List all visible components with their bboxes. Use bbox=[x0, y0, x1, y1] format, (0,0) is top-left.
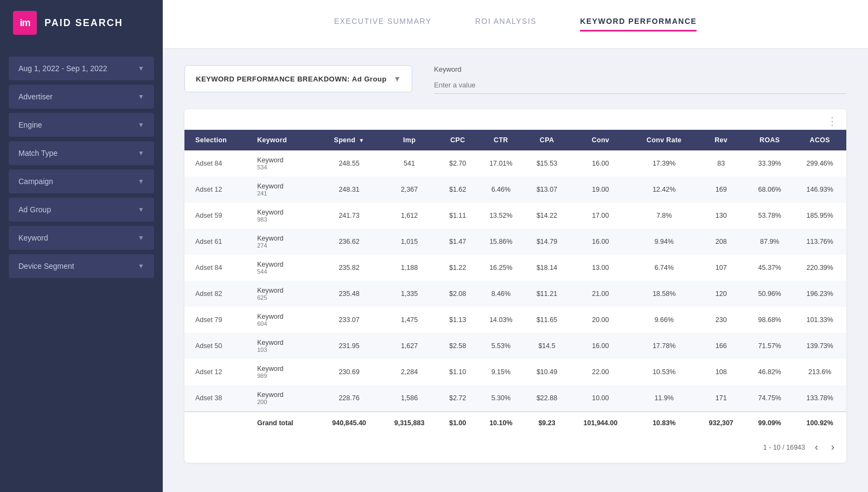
cell-acos: 213.6% bbox=[794, 359, 846, 385]
cell-cpa: $14.5 bbox=[525, 333, 569, 359]
cell-cpc: $2.58 bbox=[438, 333, 477, 359]
cell-imp: 1,612 bbox=[380, 203, 438, 229]
keyword-cell: Keyword200 bbox=[252, 385, 318, 412]
cell-rev: 130 bbox=[696, 203, 746, 229]
breakdown-chevron-icon: ▼ bbox=[393, 74, 401, 83]
cell-ctr: 17.01% bbox=[477, 150, 525, 176]
cell-cpa: $15.53 bbox=[525, 150, 569, 176]
cell-imp: 1,335 bbox=[380, 281, 438, 307]
cell-conv: 16.00 bbox=[569, 150, 632, 176]
tab-roi-analysis[interactable]: ROI ANALYSIS bbox=[475, 17, 537, 31]
cell-roas: 50.96% bbox=[746, 281, 794, 307]
cell-conv: 10.00 bbox=[569, 385, 632, 412]
tab-keyword-performance[interactable]: KEYWORD PERFORMANCE bbox=[580, 17, 697, 31]
cell-conv_rate: 17.39% bbox=[632, 150, 697, 176]
data-table: SelectionKeywordSpend ▼ImpCPCCTRCPAConvC… bbox=[184, 130, 846, 434]
content-area: KEYWORD PERFORMANCE BREAKDOWN: Ad Group … bbox=[163, 49, 868, 492]
sidebar-item-campaign[interactable]: Campaign▼ bbox=[9, 169, 154, 193]
cell-acos: 146.93% bbox=[794, 176, 846, 203]
cell-conv: 16.00 bbox=[569, 333, 632, 359]
cell-cpa: $22.88 bbox=[525, 385, 569, 412]
cell-spend: 230.69 bbox=[318, 359, 381, 385]
cell-conv_rate: 12.42% bbox=[632, 176, 697, 203]
cell-conv: 22.00 bbox=[569, 359, 632, 385]
col-header-imp: Imp bbox=[380, 130, 438, 150]
cell-selection: Adset 84 bbox=[184, 150, 252, 176]
col-header-acos: ACOS bbox=[794, 130, 846, 150]
cell-imp: 541 bbox=[380, 150, 438, 176]
cell-acos: 133.78% bbox=[794, 385, 846, 412]
sidebar-item-device-segment[interactable]: Device Segment▼ bbox=[9, 254, 154, 278]
col-header-spend[interactable]: Spend ▼ bbox=[318, 130, 381, 150]
sidebar-item-ad-group[interactable]: Ad Group▼ bbox=[9, 198, 154, 222]
cell-roas: 45.37% bbox=[746, 255, 794, 281]
cell-conv_rate: 9.94% bbox=[632, 229, 697, 255]
keyword-cell: Keyword274 bbox=[252, 229, 318, 255]
sidebar-item-match-type[interactable]: Match Type▼ bbox=[9, 141, 154, 165]
sidebar-item-engine[interactable]: Engine▼ bbox=[9, 113, 154, 137]
cell-cpc: $1.62 bbox=[438, 176, 477, 203]
cell-rev: 166 bbox=[696, 333, 746, 359]
cell-spend: 235.48 bbox=[318, 281, 381, 307]
keyword-filter-label: Keyword bbox=[434, 65, 846, 73]
cell-selection: Adset 12 bbox=[184, 359, 252, 385]
col-header-rev: Rev bbox=[696, 130, 746, 150]
table-footer-row: Grand total940,845.409,315,883$1.0010.10… bbox=[184, 412, 846, 434]
chevron-down-icon: ▼ bbox=[138, 93, 144, 100]
next-page-button[interactable]: › bbox=[828, 440, 838, 454]
cell-cpc: $2.08 bbox=[438, 281, 477, 307]
logo: im bbox=[13, 11, 37, 35]
col-header-cpc: CPC bbox=[438, 130, 477, 150]
cell-cpc: $1.22 bbox=[438, 255, 477, 281]
cell-imp: 2,284 bbox=[380, 359, 438, 385]
cell-cpc: $1.10 bbox=[438, 359, 477, 385]
table-row: Adset 84Keyword544235.821,188$1.2216.25%… bbox=[184, 255, 846, 281]
footer-cell-5: 10.10% bbox=[477, 412, 525, 434]
cell-spend: 241.73 bbox=[318, 203, 381, 229]
cell-rev: 107 bbox=[696, 255, 746, 281]
cell-conv_rate: 9.66% bbox=[632, 307, 697, 333]
cell-rev: 171 bbox=[696, 385, 746, 412]
sidebar-item-label: Match Type bbox=[18, 149, 58, 157]
cell-acos: 139.73% bbox=[794, 333, 846, 359]
keyword-cell: Keyword983 bbox=[252, 203, 318, 229]
cell-rev: 208 bbox=[696, 229, 746, 255]
keyword-filter: Keyword bbox=[434, 65, 846, 94]
prev-page-button[interactable]: ‹ bbox=[812, 440, 821, 454]
cell-conv: 16.00 bbox=[569, 229, 632, 255]
sidebar-item-label: Aug 1, 2022 - Sep 1, 2022 bbox=[18, 64, 107, 73]
footer-cell-3: 9,315,883 bbox=[380, 412, 438, 434]
sidebar-item-date[interactable]: Aug 1, 2022 - Sep 1, 2022▼ bbox=[9, 56, 154, 80]
sidebar-item-keyword[interactable]: Keyword▼ bbox=[9, 226, 154, 250]
sort-icon-spend: ▼ bbox=[357, 137, 364, 143]
sidebar-item-label: Ad Group bbox=[18, 205, 51, 214]
col-header-conv_rate: Conv Rate bbox=[632, 130, 697, 150]
cell-spend: 233.07 bbox=[318, 307, 381, 333]
breakdown-select[interactable]: KEYWORD PERFORMANCE BREAKDOWN: Ad Group … bbox=[184, 65, 412, 92]
col-header-keyword: Keyword bbox=[252, 130, 318, 150]
cell-ctr: 6.46% bbox=[477, 176, 525, 203]
col-header-selection: Selection bbox=[184, 130, 252, 150]
tab-executive-summary[interactable]: EXECUTIVE SUMMARY bbox=[334, 17, 432, 31]
cell-roas: 74.75% bbox=[746, 385, 794, 412]
cell-selection: Adset 38 bbox=[184, 385, 252, 412]
app-title: PAID SEARCH bbox=[44, 17, 123, 29]
cell-selection: Adset 12 bbox=[184, 176, 252, 203]
footer-cell-10: 99.09% bbox=[746, 412, 794, 434]
footer-cell-4: $1.00 bbox=[438, 412, 477, 434]
keyword-cell: Keyword103 bbox=[252, 333, 318, 359]
sidebar-item-advertiser[interactable]: Advertiser▼ bbox=[9, 85, 154, 109]
cell-ctr: 5.53% bbox=[477, 333, 525, 359]
cell-conv_rate: 10.53% bbox=[632, 359, 697, 385]
sidebar-item-label: Keyword bbox=[18, 234, 48, 242]
sidebar-item-label: Engine bbox=[18, 121, 42, 129]
chevron-down-icon: ▼ bbox=[138, 65, 144, 72]
table-row: Adset 82Keyword625235.481,335$2.088.46%$… bbox=[184, 281, 846, 307]
chevron-down-icon: ▼ bbox=[138, 178, 144, 185]
cell-roas: 71.57% bbox=[746, 333, 794, 359]
cell-conv_rate: 6.74% bbox=[632, 255, 697, 281]
keyword-input[interactable] bbox=[434, 77, 846, 94]
col-header-cpa: CPA bbox=[525, 130, 569, 150]
more-options-icon[interactable]: ⋮ bbox=[827, 115, 838, 128]
cell-roas: 98.68% bbox=[746, 307, 794, 333]
